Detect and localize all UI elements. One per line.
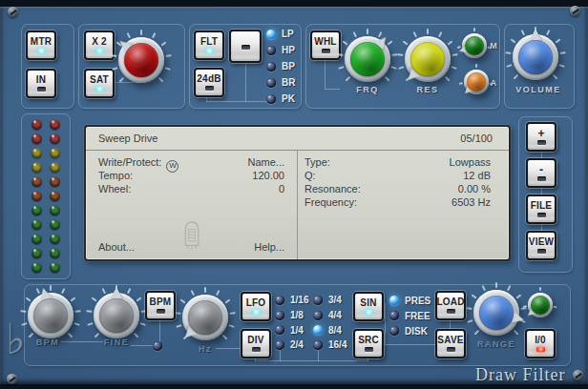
amount-knob[interactable]	[464, 70, 489, 94]
meter-led	[50, 133, 60, 144]
knob-cap	[467, 72, 486, 92]
meter-led	[50, 262, 60, 273]
button-label: IN	[36, 75, 46, 85]
button-led	[205, 49, 214, 53]
led-option-hp[interactable]: HP	[266, 42, 295, 58]
saturation-button[interactable]: SAT	[84, 69, 115, 98]
wheel-button[interactable]: WHL	[310, 31, 341, 60]
amount-label: A	[488, 78, 499, 88]
range-knob[interactable]	[473, 290, 519, 336]
meter-led	[32, 262, 42, 273]
button-led	[242, 45, 250, 50]
led-off-indicator	[275, 311, 284, 320]
connector-line	[385, 344, 436, 345]
led-option-disk[interactable]: DISK	[389, 323, 430, 338]
led-option-1-4[interactable]: 1/4	[275, 322, 308, 338]
led-option-pres[interactable]: PRES	[389, 293, 430, 308]
fine-label: FINE	[88, 338, 145, 347]
bpm-sync-button[interactable]: BPM	[145, 291, 176, 320]
meter-button[interactable]: MTR	[26, 31, 56, 60]
button-label: I/0	[535, 336, 546, 345]
led-off-indicator	[275, 340, 284, 350]
led-option-label: LP	[282, 29, 294, 39]
led-on-indicator	[266, 30, 276, 39]
preset-name-menu[interactable]: Name...	[247, 155, 284, 169]
button-label: SRC	[358, 336, 379, 345]
led-option-bp[interactable]: BP	[266, 58, 295, 74]
help-menu[interactable]: Help...	[254, 241, 284, 253]
knob-tick	[50, 285, 52, 291]
mod-knob[interactable]	[462, 33, 487, 58]
display-right-pane: Type: Lowpass Q: 12 dB Resonance: 0.00 %…	[298, 151, 509, 259]
led-off-indicator	[266, 62, 276, 72]
file-button[interactable]: FILE	[526, 194, 556, 224]
button-led	[37, 49, 46, 53]
meter-led	[50, 119, 60, 130]
filter-button[interactable]: FLT	[194, 31, 224, 60]
knob-tick	[346, 76, 351, 82]
meter-led	[50, 176, 60, 187]
led-option-br[interactable]: BR	[266, 74, 295, 91]
button-label: -	[539, 166, 543, 174]
row-label: Type:	[304, 155, 330, 169]
led-option-3-4[interactable]: 3/4	[313, 293, 346, 308]
meter-led	[32, 234, 42, 244]
sync-led	[153, 341, 162, 351]
preset-prev-button[interactable]: -	[526, 158, 556, 188]
button-label: VIEW	[529, 237, 554, 247]
x2-button[interactable]: X 2	[84, 31, 115, 60]
connector-line	[255, 360, 368, 361]
row-label: Frequency:	[304, 195, 357, 209]
wheel-value: 0	[279, 182, 284, 195]
wheel-row: Wheel: 0	[98, 182, 284, 195]
frequency-knob[interactable]	[345, 36, 390, 82]
led-option-2-4[interactable]: 2/4	[275, 338, 308, 353]
led-option-1-16[interactable]: 1/16	[275, 293, 308, 308]
row-label: Q:	[304, 169, 316, 182]
output-knob[interactable]	[528, 293, 553, 317]
view-button[interactable]: VIEW	[526, 231, 556, 260]
knob-pointer	[111, 287, 122, 298]
button-led	[252, 310, 261, 315]
input-button[interactable]: IN	[26, 69, 56, 98]
led-on-indicator	[313, 325, 323, 335]
volume-knob[interactable]	[513, 34, 558, 80]
button-label: SAT	[90, 75, 109, 85]
led-option-pk[interactable]: PK	[266, 91, 295, 107]
button-label: X 2	[92, 37, 107, 47]
led-option-8-4[interactable]: 8/4	[313, 322, 346, 338]
about-menu[interactable]: About...	[98, 241, 135, 253]
slope-24db-button[interactable]: 24dB	[194, 68, 224, 97]
led-option-4-4[interactable]: 4/4	[313, 308, 346, 323]
led-option-16-4[interactable]: 16/4	[313, 338, 346, 353]
io-power-button[interactable]: I/0	[525, 329, 556, 358]
drive-knob[interactable]	[118, 37, 164, 83]
led-off-indicator	[389, 326, 399, 336]
preset-counter: 05/100	[460, 127, 493, 150]
hz-knob[interactable]	[182, 295, 228, 340]
button-label: MTR	[31, 37, 52, 47]
bpm-knob[interactable]	[28, 293, 74, 338]
led-option-lp[interactable]: LP	[266, 26, 295, 42]
sine-button[interactable]: SIN	[353, 292, 384, 321]
lfo-button[interactable]: LFO	[241, 292, 271, 321]
connector-line	[541, 188, 542, 194]
button-label: FILE	[531, 201, 552, 211]
source-button[interactable]: SRC	[353, 329, 384, 358]
frq-label: FRQ	[339, 85, 396, 94]
div-button[interactable]: DIV	[241, 329, 271, 358]
connector-line	[541, 152, 542, 158]
save-button[interactable]: SAVE	[435, 329, 466, 358]
meter-led	[50, 191, 60, 201]
fine-knob[interactable]	[94, 293, 139, 338]
meter-led	[50, 205, 60, 215]
frequency-row: Frequency: 6503 Hz	[304, 195, 491, 209]
led-option-free[interactable]: FREE	[389, 308, 430, 323]
slope-button[interactable]	[229, 30, 262, 63]
led-option-label: FREE	[405, 311, 430, 321]
load-button[interactable]: LOAD	[435, 291, 466, 320]
resonance-knob[interactable]	[405, 36, 451, 82]
write-protect-badge[interactable]: W	[166, 160, 178, 173]
led-option-1-8[interactable]: 1/8	[275, 308, 308, 323]
preset-next-button[interactable]: +	[526, 122, 556, 152]
